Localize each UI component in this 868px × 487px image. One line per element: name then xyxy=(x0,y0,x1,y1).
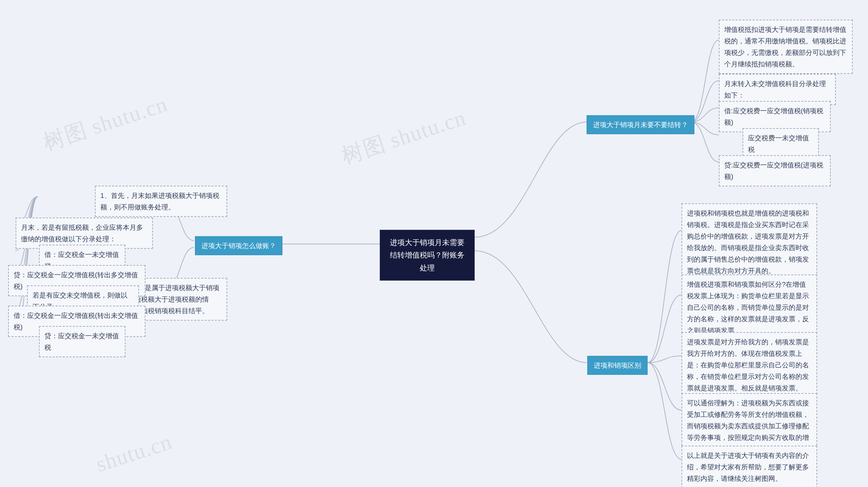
r2-leaf-1[interactable]: 增值税进项票和销项票如何区分?在增值税发票上体现为：购货单位栏里若是显示自己公司… xyxy=(682,275,817,340)
r1-leaf-1[interactable]: 月末转入未交增值税科目分录处理如下： xyxy=(719,74,836,105)
branch-label: 进项和销项区别 xyxy=(594,362,641,369)
right-branch-1[interactable]: 进项大于销项月未要不要结转？ xyxy=(587,115,694,134)
t: 借:应交税费一应交增值税(销项税额) xyxy=(724,107,823,126)
leaf-text: 1、首先，月末如果进项税额大于销项税额，则不用做账务处理。 xyxy=(100,192,219,211)
left-branch[interactable]: 进项大于销项怎么做账？ xyxy=(195,236,282,255)
t: 贷：应交税金一未交增值税 xyxy=(44,332,119,351)
r1-leaf-3[interactable]: 应交税费一未交增值税 xyxy=(743,128,819,159)
sub-left-0[interactable]: 月末，若是有留抵税额，企业应将本月多缴纳的增值税做以下分录处理： xyxy=(16,218,153,249)
r1-leaf-4[interactable]: 贷:应交税费一应交增值税(进项税额) xyxy=(719,155,831,186)
watermark: 树图 shutu.cn xyxy=(39,89,171,157)
right-branch-2[interactable]: 进项和销项区别 xyxy=(587,356,648,375)
root-title: 进项大于销项月未需要结转增值税吗？附账务处理 xyxy=(390,238,465,272)
branch-label: 进项大于销项月未要不要结转？ xyxy=(593,121,688,128)
watermark: 树图 shutu.cn xyxy=(338,103,470,171)
t: 贷:应交税费一应交增值税(进项税额) xyxy=(724,161,823,180)
r1-leaf-2[interactable]: 借:应交税费一应交增值税(销项税额) xyxy=(719,101,831,132)
t: 月末，若是有留抵税额，企业应将本月多缴纳的增值税做以下分录处理： xyxy=(21,224,143,243)
r2-leaf-4[interactable]: 以上就是关于进项大于销项有关内容的介绍，希望对大家有所帮助，想要了解更多精彩内容… xyxy=(682,446,817,487)
t: 增值税抵扣进项大于销项是需要结转增值税的，通常不用缴纳增值税。销项税比进项税少，… xyxy=(724,26,846,68)
left-leaf-1[interactable]: 1、首先，月末如果进项税额大于销项税额，则不用做账务处理。 xyxy=(95,186,227,217)
r1-leaf-0[interactable]: 增值税抵扣进项大于销项是需要结转增值税的，通常不用缴纳增值税。销项税比进项税少，… xyxy=(719,20,853,74)
r2-leaf-2[interactable]: 进项发票是对方开给我方的，销项发票是我方开给对方的。体现在增值税发票上是：在购货… xyxy=(682,332,817,398)
t: 应交税费一未交增值税 xyxy=(748,134,809,153)
watermark: shutu.cn xyxy=(93,429,175,477)
t: 进项税和销项税也就是增值税的进项税和销项税。进项税是指企业买东西时记在采购总价中… xyxy=(687,209,809,275)
r2-leaf-0[interactable]: 进项税和销项税也就是增值税的进项税和销项税。进项税是指企业买东西时记在采购总价中… xyxy=(682,203,817,281)
root-node[interactable]: 进项大于销项月未需要结转增值税吗？附账务处理 xyxy=(380,230,475,281)
t: 进项发票是对方开给我方的，销项发票是我方开给对方的。体现在增值税发票上是：在购货… xyxy=(687,338,809,392)
t: 增值税进项票和销项票如何区分?在增值税发票上体现为：购货单位栏里若是显示自己公司… xyxy=(687,281,809,334)
t: 以上就是关于进项大于销项有关内容的介绍，希望对大家有所帮助，想要了解更多精彩内容… xyxy=(687,452,809,482)
sub-left-5[interactable]: 贷：应交税金一未交增值税 xyxy=(39,326,125,357)
t: 月末转入未交增值税科目分录处理如下： xyxy=(724,80,826,99)
t: 可以通俗理解为：进项税额为买东西或接受加工或修配劳务等所支付的增值税额，而销项税… xyxy=(687,399,809,453)
left-branch-label: 进项大于销项怎么做账？ xyxy=(201,242,276,249)
